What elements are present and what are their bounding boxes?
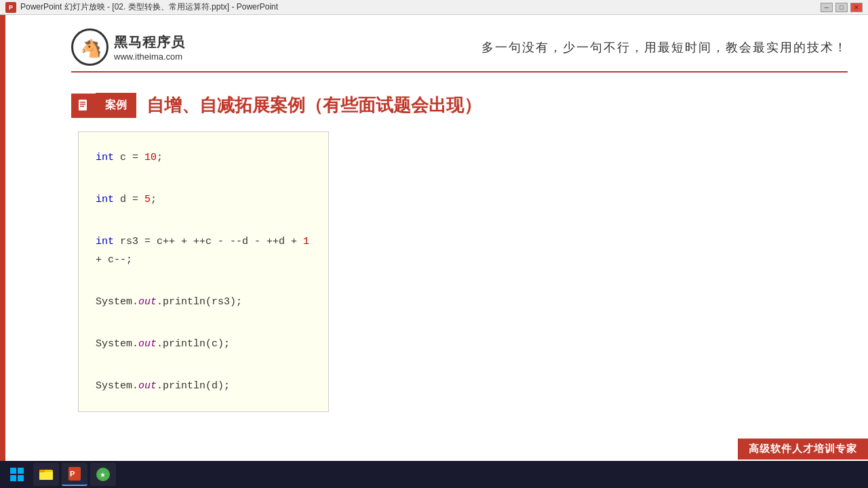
svg-rect-8: [18, 475, 24, 481]
case-badge: 案例: [71, 93, 136, 118]
code-line-blank-5: [96, 356, 311, 374]
svg-text:🐴: 🐴: [80, 37, 102, 59]
svg-rect-5: [10, 468, 16, 474]
app-icon: P: [5, 2, 16, 13]
window-title: PowerPoint 幻灯片放映 - [02. 类型转换、常用运算符.pptx]…: [20, 1, 278, 13]
code-line-blank-2: [96, 211, 311, 230]
logo-company-name: 黑马程序员: [114, 33, 185, 52]
code-line-1: int c = 10;: [96, 148, 311, 167]
taskbar-powerpoint[interactable]: P: [62, 463, 87, 486]
minimize-button[interactable]: ─: [821, 3, 833, 12]
svg-rect-2: [80, 102, 85, 103]
start-button[interactable]: [3, 463, 31, 486]
svg-rect-10: [39, 472, 53, 480]
powerpoint-icon: P: [66, 466, 83, 482]
code-line-5: System.out.println(c);: [96, 335, 311, 353]
code-line-blank-4: [96, 314, 311, 332]
file-explorer-icon: [38, 466, 54, 483]
logo-text: 黑马程序员 www.itheima.com: [114, 33, 185, 62]
logo-url: www.itheima.com: [114, 52, 185, 62]
code-line-3: int rs3 = c++ + ++c - --d - ++d + 1 + c-…: [96, 232, 311, 269]
other-app-icon: ★: [95, 466, 111, 483]
document-icon: [77, 99, 90, 113]
logo-circle: 🐴: [71, 28, 108, 66]
svg-text:P: P: [70, 470, 75, 478]
watermark-badge: 高级软件人才培训专家: [738, 439, 868, 460]
slide-header: 🐴 黑马程序员 www.itheima.com 多一句没有，少一句不行，用最短时…: [71, 28, 848, 73]
slide-content-wrapper: 案例 自增、自减拓展案例（有些面试题会出现） int c = 10; int d…: [71, 79, 848, 450]
close-button[interactable]: ✕: [850, 3, 863, 12]
svg-text:★: ★: [100, 471, 106, 479]
svg-rect-11: [39, 470, 45, 472]
title-bar-left: P PowerPoint 幻灯片放映 - [02. 类型转换、常用运算符.ppt…: [5, 1, 278, 13]
code-line-blank-3: [96, 272, 311, 290]
taskbar: P ★: [0, 461, 868, 488]
code-box: int c = 10; int d = 5; int rs3 = c++ + +…: [78, 131, 329, 412]
svg-rect-6: [18, 468, 24, 474]
slide-area: 🐴 黑马程序员 www.itheima.com 多一句没有，少一句不行，用最短时…: [51, 15, 868, 464]
taskbar-file-explorer[interactable]: [33, 463, 59, 486]
taskbar-other-app[interactable]: ★: [90, 463, 116, 486]
code-line-blank-1: [96, 169, 311, 188]
keyword-int-1: int: [96, 152, 114, 163]
red-sidebar-block: [0, 56, 5, 83]
left-sidebar: [0, 15, 51, 464]
code-line-6: System.out.println(d);: [96, 377, 311, 395]
code-line-2: int d = 5;: [96, 190, 311, 209]
svg-rect-7: [10, 475, 16, 481]
logo-area: 🐴 黑马程序员 www.itheima.com: [71, 28, 185, 66]
title-bar: P PowerPoint 幻灯片放映 - [02. 类型转换、常用运算符.ppt…: [0, 0, 868, 15]
slide-title-section: 案例 自增、自减拓展案例（有些面试题会出现）: [71, 93, 848, 118]
logo-horse-svg: 🐴: [77, 34, 104, 61]
slide-main-title: 自增、自减拓展案例（有些面试题会出现）: [146, 94, 481, 117]
keyword-int-3: int: [96, 236, 114, 247]
main-content: 🐴 黑马程序员 www.itheima.com 多一句没有，少一句不行，用最短时…: [0, 15, 868, 464]
case-label: 案例: [96, 93, 136, 118]
keyword-int-2: int: [96, 194, 114, 205]
code-line-4: System.out.println(rs3);: [96, 293, 311, 311]
svg-rect-3: [80, 104, 85, 105]
title-bar-controls[interactable]: ─ □ ✕: [821, 3, 863, 12]
header-slogan: 多一句没有，少一句不行，用最短时间，教会最实用的技术！: [481, 39, 848, 56]
svg-rect-1: [79, 100, 87, 110]
maximize-button[interactable]: □: [835, 3, 848, 12]
svg-rect-4: [80, 106, 84, 107]
case-icon: [71, 94, 96, 118]
windows-icon: [9, 467, 24, 482]
